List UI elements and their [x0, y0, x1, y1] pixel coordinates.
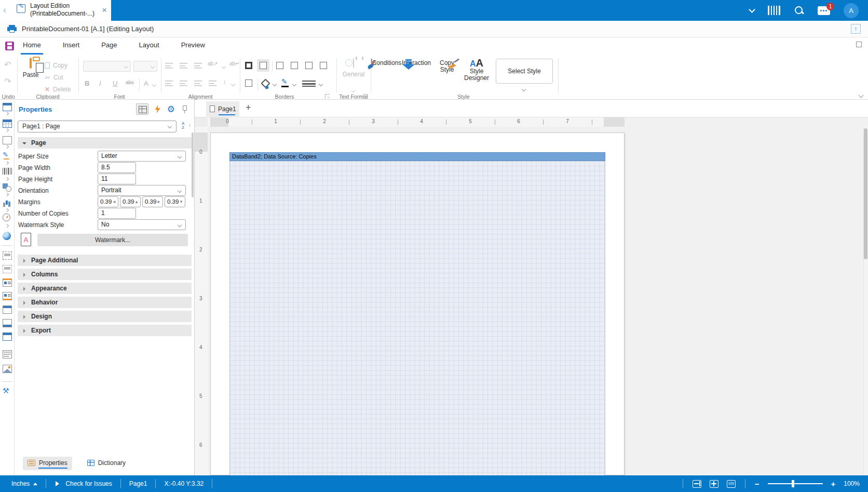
- chevron-down-icon[interactable]: [749, 6, 755, 13]
- barcode-icon[interactable]: [768, 6, 780, 15]
- tab-properties[interactable]: Properties: [23, 457, 72, 470]
- copy-button[interactable]: Copy: [45, 61, 67, 70]
- rotation-chevron-icon[interactable]: [222, 64, 226, 69]
- signature-expand-icon[interactable]: [5, 161, 9, 165]
- canvas-scrollbar-thumb[interactable]: [864, 128, 867, 259]
- check-for-issues-button[interactable]: Check for Issues: [55, 480, 112, 487]
- text-rotation-icon[interactable]: ab↗: [208, 61, 218, 67]
- page-height-input[interactable]: 11: [98, 174, 136, 184]
- font-color-chevron-icon[interactable]: [152, 83, 156, 87]
- outer-border-button-selected[interactable]: [257, 59, 269, 72]
- table-band-tool-icon[interactable]: [3, 119, 12, 128]
- data-band-header[interactable]: DataBand2; Data Source: Copies: [229, 152, 605, 161]
- align-bottom-icon[interactable]: [194, 63, 202, 69]
- style-designer-button[interactable]: AA Style Designer: [461, 60, 492, 82]
- select-style-chevron-icon[interactable]: [522, 87, 526, 91]
- tools-icon[interactable]: ⚒: [3, 387, 12, 395]
- line-spacing-icon[interactable]: ↕: [223, 78, 226, 85]
- section-design[interactable]: Design: [18, 311, 192, 322]
- data-header-band-icon[interactable]: [3, 278, 12, 287]
- borders-dialog-launcher-icon[interactable]: ↘: [325, 94, 330, 99]
- tab-page1[interactable]: Page1: [206, 101, 239, 117]
- section-export[interactable]: Export: [18, 325, 192, 336]
- margin-left-input[interactable]: 0.39◄: [98, 196, 118, 207]
- shapes-expand-icon[interactable]: [5, 193, 9, 196]
- bottom-border-icon[interactable]: [320, 62, 327, 69]
- number-of-copies-input[interactable]: 1: [98, 208, 136, 219]
- events-lightning-icon[interactable]: [155, 105, 160, 113]
- zoom-out-button[interactable]: −: [755, 480, 760, 488]
- barcode-expand-icon[interactable]: [5, 177, 9, 181]
- add-page-button[interactable]: +: [246, 102, 251, 113]
- tab-insert[interactable]: Insert: [61, 37, 82, 55]
- margin-bottom-input[interactable]: 0.39▼: [165, 196, 185, 207]
- panel-component-icon[interactable]: [3, 333, 12, 341]
- orientation-select[interactable]: Portrait: [98, 185, 186, 196]
- footer-band-icon[interactable]: [3, 319, 12, 327]
- chart-expand-icon[interactable]: [5, 208, 9, 212]
- units-selector[interactable]: Inches: [11, 480, 37, 487]
- tab-preview[interactable]: Preview: [179, 37, 207, 55]
- left-border-icon[interactable]: [276, 62, 283, 69]
- font-color-button[interactable]: A: [144, 79, 148, 87]
- back-icon[interactable]: ‹: [3, 5, 6, 16]
- report-title-band-icon[interactable]: [3, 251, 12, 260]
- gauge-expand-icon[interactable]: [5, 224, 9, 228]
- top-border-icon[interactable]: [291, 62, 298, 69]
- bands-tool-icon[interactable]: [3, 103, 12, 111]
- all-borders-icon[interactable]: [245, 62, 252, 69]
- right-border-icon[interactable]: [305, 62, 313, 69]
- zoom-slider-thumb[interactable]: [792, 480, 794, 487]
- avatar[interactable]: A: [844, 3, 859, 18]
- font-name-select[interactable]: [83, 61, 131, 72]
- copy-style-button[interactable]: Copy Style: [431, 60, 463, 73]
- status-page-name[interactable]: Page1: [129, 480, 147, 487]
- align-right-icon[interactable]: [194, 81, 202, 86]
- align-top-icon[interactable]: [165, 63, 173, 69]
- text-component-icon[interactable]: [3, 350, 12, 358]
- zoom-slider[interactable]: [768, 483, 823, 484]
- signature-tool-icon[interactable]: ✎: [3, 151, 12, 159]
- fit-page-width-icon[interactable]: [693, 480, 701, 488]
- close-tab-icon[interactable]: ×: [102, 5, 107, 16]
- chart-tool-icon[interactable]: [3, 198, 12, 207]
- text-format-dialog-launcher-icon[interactable]: ↘: [363, 94, 368, 99]
- map-tool-icon[interactable]: [3, 232, 11, 240]
- save-icon[interactable]: [5, 42, 14, 50]
- delete-button[interactable]: ✕ Delete: [45, 85, 71, 94]
- conditions-button[interactable]: Conditions: [371, 60, 402, 67]
- components-tool-icon[interactable]: [3, 136, 12, 144]
- app-tab-layout-edition[interactable]: ‹ Layout Edition (PrintableDocument-...)…: [0, 0, 111, 21]
- header-band-icon[interactable]: [3, 305, 12, 314]
- underline-button[interactable]: U: [113, 79, 117, 87]
- sort-az-icon[interactable]: AZ: [182, 122, 190, 132]
- border-color-icon[interactable]: ✎: [281, 77, 288, 86]
- gauge-tool-icon[interactable]: [3, 214, 10, 221]
- properties-scrollbar[interactable]: [192, 132, 194, 197]
- section-columns[interactable]: Columns: [18, 269, 192, 280]
- components-expand-icon[interactable]: [5, 145, 9, 149]
- chat-icon[interactable]: 1: [818, 6, 830, 15]
- undo-icon[interactable]: ↶: [4, 60, 11, 70]
- gear-icon[interactable]: ⚙: [167, 105, 175, 114]
- spacing-chevron-icon[interactable]: [231, 82, 235, 86]
- object-selector-dropdown[interactable]: Page1 : Page: [18, 121, 177, 132]
- watermark-style-select[interactable]: No: [98, 219, 186, 230]
- margin-right-input[interactable]: 0.39►: [142, 196, 163, 207]
- collapse-ribbon-icon[interactable]: [859, 93, 864, 98]
- barcode-tool-icon[interactable]: [3, 168, 12, 175]
- data-band-grid[interactable]: [229, 161, 605, 476]
- zoom-level[interactable]: 100%: [844, 480, 860, 487]
- table-expand-icon[interactable]: [5, 128, 9, 132]
- border-style-icon[interactable]: [302, 81, 316, 87]
- bands-expand-icon[interactable]: [5, 112, 9, 115]
- paste-button[interactable]: Paste: [21, 59, 40, 89]
- no-border-icon[interactable]: [245, 79, 252, 87]
- align-center-icon[interactable]: [180, 81, 187, 86]
- wrap-text-icon[interactable]: ab↵: [229, 61, 240, 67]
- bold-button[interactable]: B: [85, 79, 89, 87]
- report-page[interactable]: DataBand2; Data Source: Copies: [210, 132, 625, 475]
- section-page-additional[interactable]: Page Additional: [18, 255, 192, 266]
- data-footer-band-icon[interactable]: [3, 292, 12, 300]
- border-color-chevron-icon[interactable]: [292, 82, 296, 86]
